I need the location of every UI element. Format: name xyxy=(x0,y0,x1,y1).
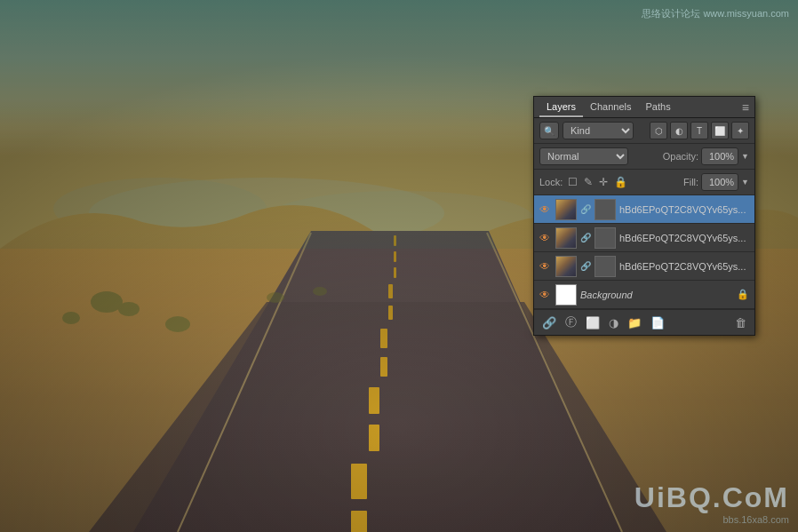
layer-mask-thumbnail xyxy=(595,199,616,220)
layer-thumbnail-preview xyxy=(556,257,576,276)
background-layer-item[interactable]: 👁 Background 🔒 xyxy=(534,281,754,309)
fill-chevron-icon: ▼ xyxy=(741,178,749,187)
layer-visibility-icon[interactable]: 👁 xyxy=(539,289,552,301)
panel-menu-icon[interactable]: ≡ xyxy=(742,100,749,115)
layer-thumbnail xyxy=(555,199,577,220)
background-lock-icon: 🔒 xyxy=(737,289,749,300)
panel-bottom-toolbar: 🔗 Ⓕ ⬜ ◑ 📁 📄 🗑 xyxy=(534,309,754,335)
watermark-bbs-text: bbs.16xa8.com xyxy=(634,514,789,525)
layer-visibility-icon[interactable]: 👁 xyxy=(539,232,552,244)
watermark-bottom: UiBQ.CoM bbs.16xa8.com xyxy=(634,481,789,525)
filter-row: 🔍 Kind ⬡ ◐ T ⬜ ✦ xyxy=(534,118,754,144)
delete-layer-icon[interactable]: 🗑 xyxy=(732,315,749,330)
filter-icons: ⬡ ◐ T ⬜ ✦ xyxy=(650,122,749,139)
layer-item[interactable]: 👁 🔗 hBd6EPoQT2C8VQYv65ys... xyxy=(534,224,754,252)
filter-smart-icon[interactable]: ✦ xyxy=(731,122,749,139)
layer-mask-thumbnail xyxy=(595,227,616,249)
lock-icons: ☐ ✎ ✛ 🔒 xyxy=(566,175,629,189)
add-mask-icon[interactable]: ⬜ xyxy=(583,315,602,330)
search-icon: 🔍 xyxy=(544,126,555,136)
layer-thumbnail xyxy=(555,256,577,277)
add-style-icon[interactable]: Ⓕ xyxy=(563,314,579,331)
layer-link-icon: 🔗 xyxy=(580,199,591,220)
lock-row: Lock: ☐ ✎ ✛ 🔒 Fill: ▼ xyxy=(534,170,754,195)
blend-mode-row: Normal Opacity: ▼ xyxy=(534,144,754,170)
layer-thumbnail xyxy=(555,227,577,249)
tab-channels[interactable]: Channels xyxy=(583,98,638,117)
layer-visibility-icon[interactable]: 👁 xyxy=(539,260,552,273)
opacity-group: Opacity: ▼ xyxy=(663,147,749,165)
layer-name: hBd6EPoQT2C8VQYv65ys... xyxy=(619,261,749,272)
link-layers-icon[interactable]: 🔗 xyxy=(539,315,559,330)
layers-list: 👁 🔗 hBd6EPoQT2C8VQYv65ys... 👁 🔗 hBd6EPoQ… xyxy=(534,195,754,309)
lock-label: Lock: xyxy=(539,177,563,187)
lock-position-icon[interactable]: ✛ xyxy=(597,175,610,189)
layer-item[interactable]: 👁 🔗 hBd6EPoQT2C8VQYv65ys... xyxy=(534,195,754,224)
kind-filter-select[interactable]: Kind xyxy=(563,122,634,139)
background-layer-name: Background xyxy=(580,290,733,300)
opacity-input[interactable] xyxy=(701,147,738,165)
fill-group: Fill: ▼ xyxy=(683,173,749,191)
layer-link-icon: 🔗 xyxy=(580,227,591,249)
tab-paths[interactable]: Paths xyxy=(639,98,678,117)
opacity-chevron-icon: ▼ xyxy=(741,152,749,161)
panel-tabs: Layers Channels Paths ≡ xyxy=(534,97,754,118)
layer-visibility-icon[interactable]: 👁 xyxy=(539,203,552,216)
layer-link-icon: 🔗 xyxy=(580,256,591,277)
filter-pixel-icon[interactable]: ⬡ xyxy=(650,122,667,139)
layer-thumbnail-preview xyxy=(556,228,576,248)
new-adjustment-icon[interactable]: ◑ xyxy=(606,315,621,330)
lock-transparent-icon[interactable]: ☐ xyxy=(566,175,579,189)
new-layer-icon[interactable]: 📄 xyxy=(648,315,667,330)
fill-input[interactable] xyxy=(701,173,738,191)
lock-all-icon[interactable]: 🔒 xyxy=(612,175,629,189)
filter-shape-icon[interactable]: ⬜ xyxy=(711,122,729,139)
background-layer-thumbnail xyxy=(555,284,577,306)
layers-panel: Layers Channels Paths ≡ 🔍 Kind ⬡ ◐ T ⬜ ✦… xyxy=(533,96,755,336)
filter-adjustment-icon[interactable]: ◐ xyxy=(670,122,688,139)
watermark-uibq-text: UiBQ.CoM xyxy=(634,481,789,514)
tab-layers[interactable]: Layers xyxy=(539,98,583,117)
opacity-label: Opacity: xyxy=(663,151,698,162)
fill-label: Fill: xyxy=(683,177,698,187)
layer-name: hBd6EPoQT2C8VQYv65ys... xyxy=(619,204,749,215)
search-icon-wrap: 🔍 xyxy=(539,122,559,139)
layer-item[interactable]: 👁 🔗 hBd6EPoQT2C8VQYv65ys... xyxy=(534,252,754,281)
filter-type-icon[interactable]: T xyxy=(690,122,708,139)
layer-mask-thumbnail xyxy=(595,256,616,277)
new-group-icon[interactable]: 📁 xyxy=(625,315,644,330)
layer-name: hBd6EPoQT2C8VQYv65ys... xyxy=(619,233,749,243)
lock-image-icon[interactable]: ✎ xyxy=(582,175,595,189)
blend-mode-select[interactable]: Normal xyxy=(539,147,628,165)
watermark-top: 思络设计论坛 www.missyuan.com xyxy=(642,7,789,20)
layer-thumbnail-preview xyxy=(556,200,576,219)
